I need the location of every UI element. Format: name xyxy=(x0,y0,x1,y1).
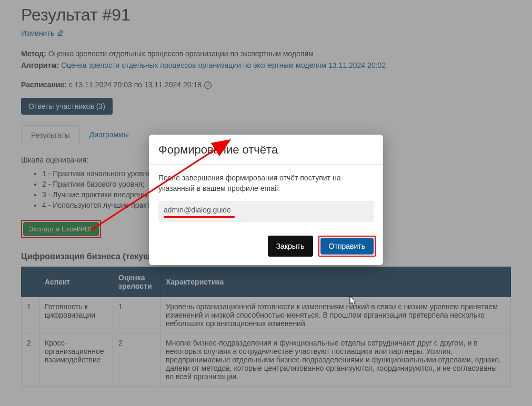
email-value: admin@dialog.guide xyxy=(164,206,231,214)
close-button[interactable]: Закрыть xyxy=(268,236,313,257)
modal-text: После завершения формирования отчёт пост… xyxy=(158,173,374,194)
annotation-underline xyxy=(164,216,235,218)
modal-body: После завершения формирования отчёт пост… xyxy=(149,165,383,230)
send-highlight: Отправить xyxy=(318,236,376,257)
modal-footer: Закрыть Отправить xyxy=(149,230,383,265)
modal-overlay[interactable]: Формирование отчёта После завершения фор… xyxy=(0,0,532,387)
send-button[interactable]: Отправить xyxy=(320,238,374,255)
email-field: admin@dialog.guide xyxy=(158,201,374,222)
modal-title: Формирование отчёта xyxy=(149,135,383,165)
export-modal: Формирование отчёта После завершения фор… xyxy=(149,135,383,265)
